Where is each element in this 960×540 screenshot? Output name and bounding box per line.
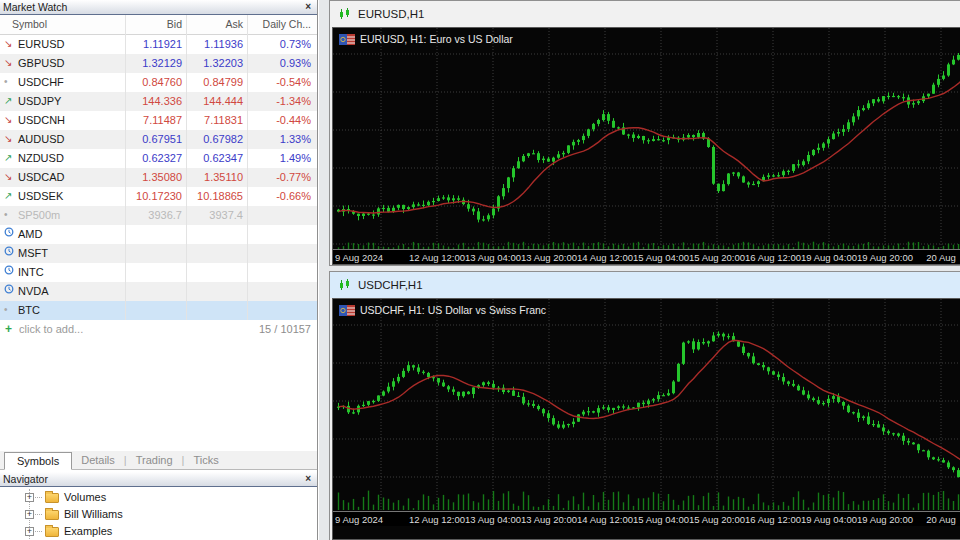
time-axis-label: 20 Aug [926,514,956,525]
symbol-name: EURUSD [18,38,64,50]
column-header-daily-change[interactable]: Daily Ch... [247,18,311,30]
chart-symbol-label-text: USDCHF, H1: US Dollar vs Swiss Franc [360,304,546,316]
time-axis-label: 15 Aug 20:00 [689,514,745,525]
time-axis-label: 15 Aug 04:00 [633,514,689,525]
chart-window-title: USDCHF,H1 [358,279,423,291]
daily-change-value: -0.77% [247,171,311,183]
symbol-name: USDCAD [18,171,64,183]
tree-item-label: Examples [64,525,112,537]
bid-value: 1.11921 [125,38,182,50]
expand-icon[interactable]: + [25,493,34,502]
tab-trading[interactable]: Trading [127,452,182,469]
bid-value: 1.32129 [125,57,182,69]
table-row[interactable]: ↘USDCAD1.350801.35110-0.77% [0,168,317,187]
bid-value: 0.62327 [125,152,182,164]
trend-up-icon: ↗ [4,189,16,203]
chart-canvas-usdchf[interactable]: USDCHF, H1: US Dollar vs Swiss Franc 9 A… [332,298,960,540]
time-axis-label: 9 Aug 2024 [335,252,383,263]
table-row[interactable]: •BTC [0,301,317,320]
chart-window-titlebar-usdchf[interactable]: USDCHF,H1 [330,272,960,298]
symbol-name: NZDUSD [18,152,64,164]
bid-value: 0.84760 [125,76,182,88]
symbol-name: USDCHF [18,76,64,88]
chart-window-titlebar-eurusd[interactable]: EURUSD,H1 [330,1,960,27]
column-header-ask[interactable]: Ask [186,18,243,30]
candlestick-chart[interactable] [333,28,960,250]
symbol-name: USDCNH [18,114,65,126]
price-plot[interactable] [333,28,960,250]
mdi-charts-area: EURUSD,H1 EURUSD, H1: Euro vs US Dollar [319,0,960,540]
time-axis-label: 13 Aug 20:00 [521,514,577,525]
chart-symbol-label: EURUSD, H1: Euro vs US Dollar [339,33,513,45]
table-row[interactable]: ↘USDCNH7.114877.11831-0.44% [0,111,317,130]
clock-icon [4,284,16,298]
time-axis-label: 14 Aug 12:00 [577,252,633,263]
tab-details[interactable]: Details [72,452,124,469]
symbol-name: AUDUSD [18,133,64,145]
market-watch-panel: Market Watch × Symbol Bid Ask Daily Ch..… [0,0,318,540]
chart-symbol-label-text: EURUSD, H1: Euro vs US Dollar [360,33,513,45]
column-header-symbol[interactable]: Symbol [12,18,47,30]
ask-value: 0.84799 [186,76,243,88]
tree-item-examples[interactable]: +Examples [0,523,317,540]
chart-canvas-eurusd[interactable]: EURUSD, H1: Euro vs US Dollar 9 Aug 2024… [332,27,960,265]
expand-icon[interactable]: + [25,510,34,519]
time-axis[interactable]: 9 Aug 202412 Aug 12:0013 Aug 04:0013 Aug… [333,511,960,526]
time-axis-label: 16 Aug 12:00 [745,514,801,525]
chart-symbol-label: USDCHF, H1: US Dollar vs Swiss Franc [339,304,546,316]
expand-icon[interactable]: + [25,527,34,536]
app-window: Market Watch × Symbol Bid Ask Daily Ch..… [0,0,960,540]
table-row[interactable]: ↗USDSEK10.1723010.18865-0.66% [0,187,317,206]
table-row[interactable]: ↘EURUSD1.119211.119360.73% [0,35,317,54]
ask-value: 7.11831 [186,114,243,126]
folder-icon [45,510,59,520]
bid-value: 3936.7 [125,209,182,221]
dot-icon: • [4,303,16,317]
symbol-name: BTC [18,304,40,316]
close-icon[interactable]: × [305,0,311,14]
table-row[interactable]: INTC [0,263,317,282]
market-watch-title: Market Watch [3,1,67,13]
ask-value: 3937.4 [186,209,243,221]
price-plot[interactable] [333,299,960,511]
table-row[interactable]: AMD [0,225,317,244]
navigator-tree: +Volumes+Bill Williams+Examples [0,489,317,540]
ask-value: 1.32203 [186,57,243,69]
tab-symbols[interactable]: Symbols [4,452,72,470]
navigator-titlebar[interactable]: Navigator × [0,472,317,487]
table-row[interactable]: ↗NZDUSD0.623270.623471.49% [0,149,317,168]
bid-value: 144.336 [125,95,182,107]
market-watch-tab-bar: SymbolsDetails|Trading|Ticks [0,451,317,470]
table-row[interactable]: ↗USDJPY144.336144.444-1.34% [0,92,317,111]
table-row[interactable]: NVDA [0,282,317,301]
chart-window-eurusd: EURUSD,H1 EURUSD, H1: Euro vs US Dollar [329,0,960,266]
symbol-name: USDJPY [18,95,61,107]
time-axis-label: 19 Aug 04:00 [801,514,857,525]
close-icon[interactable]: × [305,472,311,486]
add-symbol-row[interactable]: + click to add... 15 / 10157 [0,320,317,339]
candlestick-chart[interactable] [333,299,960,511]
symbol-name: GBPUSD [18,57,64,69]
table-row[interactable]: ↘GBPUSD1.321291.322030.93% [0,54,317,73]
tree-item-volumes[interactable]: +Volumes [0,489,317,506]
table-row[interactable]: ↘AUDUSD0.679510.679821.33% [0,130,317,149]
tab-ticks[interactable]: Ticks [184,452,227,469]
table-row[interactable]: MSFT [0,244,317,263]
chart-window-title: EURUSD,H1 [358,8,424,20]
bid-value: 10.17230 [125,190,182,202]
candlestick-icon [338,8,352,20]
symbol-flags-icon [339,34,355,45]
clock-icon [4,265,16,279]
time-axis-label: 19 Aug 04:00 [801,252,857,263]
time-axis-label: 15 Aug 20:00 [689,252,745,263]
daily-change-value: -0.44% [247,114,311,126]
add-symbol-label[interactable]: click to add... [19,323,83,335]
tree-item-bill-williams[interactable]: +Bill Williams [0,506,317,523]
time-axis[interactable]: 9 Aug 202412 Aug 12:0013 Aug 04:0013 Aug… [333,249,960,264]
clock-icon [4,227,16,241]
symbol-count: 15 / 10157 [247,323,311,335]
table-row[interactable]: •SP500m3936.73937.4 [0,206,317,225]
table-row[interactable]: •USDCHF0.847600.84799-0.54% [0,73,317,92]
column-header-bid[interactable]: Bid [125,18,182,30]
market-watch-titlebar[interactable]: Market Watch × [0,0,317,15]
